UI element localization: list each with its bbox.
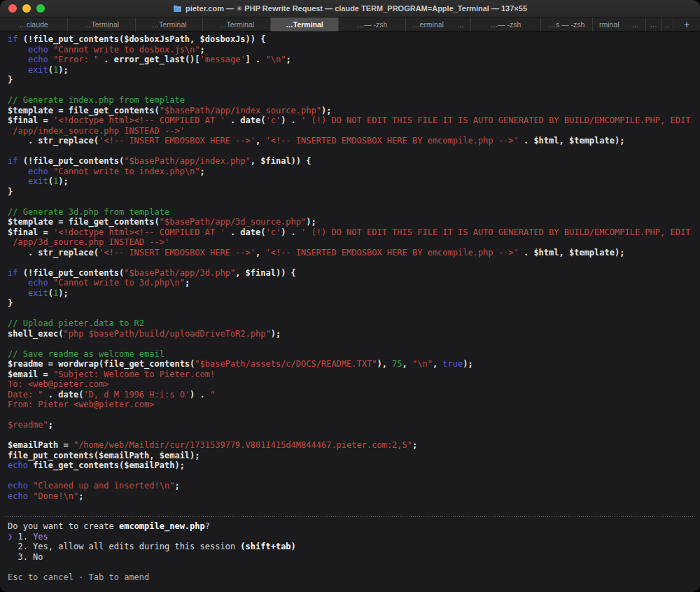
code-line: shell_exec("php $basePath/build/uploadDr… bbox=[8, 329, 700, 339]
terminal-tab[interactable]: …claude bbox=[0, 17, 68, 31]
tab-label: …claude bbox=[19, 20, 48, 29]
code-line bbox=[8, 146, 700, 157]
terminal-tab[interactable]: …Terminal bbox=[136, 17, 203, 31]
terminal-tab[interactable]: …— -zsh bbox=[471, 17, 541, 31]
window-title: pieter.com — ✳ PHP Rewrite Request — cla… bbox=[173, 4, 527, 13]
tab-label: …Terminal bbox=[84, 20, 119, 29]
code-line bbox=[8, 501, 700, 512]
terminal-tab[interactable]: …Terminal bbox=[68, 17, 136, 31]
terminal-window: pieter.com — ✳ PHP Rewrite Request — cla… bbox=[0, 0, 700, 592]
code-line bbox=[8, 339, 700, 349]
dialog-option[interactable]: 3. No bbox=[8, 552, 700, 563]
terminal-output[interactable]: if (!file_put_contents($dosboxJsPath, $d… bbox=[0, 32, 700, 592]
code-line: $readme"; bbox=[8, 420, 700, 430]
code-line: $emailPath = "/home/web/Maildir/cur/1731… bbox=[8, 440, 700, 451]
tab-label: …— -zsh bbox=[491, 20, 522, 29]
code-line: echo "Error: " . error_get_last()['messa… bbox=[8, 55, 700, 65]
terminal-tab-active[interactable]: …Terminal bbox=[271, 17, 339, 31]
code-line: exit(1); bbox=[8, 176, 700, 187]
code-line: $template = file_get_contents("$basePath… bbox=[8, 217, 700, 227]
code-line: } bbox=[8, 298, 700, 309]
code-line: echo file_get_contents($emailPath); bbox=[8, 460, 700, 471]
code-line: echo "Cannot write to dosbox.js\n"; bbox=[8, 45, 700, 55]
tab-label: …Terminal bbox=[151, 20, 186, 29]
code-line bbox=[8, 471, 700, 481]
code-line: echo "Cleaned up and inserted!\n"; bbox=[8, 481, 700, 491]
terminal-tab[interactable]: …s — -zsh bbox=[541, 17, 593, 31]
code-line: $readme = wordwrap(file_get_contents("$b… bbox=[8, 359, 700, 369]
code-line: echo "Cannot write to 3d.php\n"; bbox=[8, 278, 700, 288]
tab-bar: …claude…Terminal…Terminal…Terminal…Termi… bbox=[0, 17, 673, 31]
tab-label: …Terminal bbox=[219, 20, 254, 29]
traffic-lights bbox=[8, 4, 45, 13]
code-line: $email = "Subject: Welcome to Pieter.com… bbox=[8, 369, 700, 380]
title-bar: pieter.com — ✳ PHP Rewrite Request — cla… bbox=[0, 0, 700, 17]
code-line: exit(1); bbox=[8, 65, 700, 76]
code-line: exit(1); bbox=[8, 288, 700, 299]
code-line: // Generate 3d.php from template bbox=[8, 207, 700, 218]
code-line: . str_replace('<!-- INSERT EMDOSBOX HERE… bbox=[8, 248, 700, 258]
code-line bbox=[8, 258, 700, 268]
code-line: . str_replace('<!-- INSERT EMDOSBOX HERE… bbox=[8, 136, 700, 146]
code-line: echo "Done!\n"; bbox=[8, 491, 700, 502]
code-line bbox=[8, 410, 700, 421]
tab-bar-container: …claude…Terminal…Terminal…Terminal…Termi… bbox=[0, 17, 700, 32]
tab-label: …erminal bbox=[412, 20, 444, 29]
tab-label: … bbox=[650, 20, 657, 29]
code-line bbox=[8, 309, 700, 319]
folder-proxy-icon bbox=[173, 5, 182, 13]
code-line bbox=[8, 197, 700, 207]
code-line: Date: " . date('D, d M 1996 H:i:s O') . … bbox=[8, 390, 700, 400]
dialog-option[interactable]: ❯ 1. Yes bbox=[8, 532, 700, 542]
dialog-option[interactable]: 2. Yes, allow all edits during this sess… bbox=[8, 542, 700, 552]
code-line: } bbox=[8, 75, 700, 85]
code-line: /app/index_source.php INSTEAD -->' bbox=[8, 126, 700, 136]
minimize-button[interactable] bbox=[22, 4, 31, 13]
code-line: } bbox=[8, 187, 700, 197]
tab-label: …s — -zsh bbox=[549, 20, 585, 29]
code-line: echo "Cannot write to index.php\n"; bbox=[8, 167, 700, 177]
code-line bbox=[8, 582, 700, 592]
code-line: $final = '<!doctype html><!-- COMPILED A… bbox=[8, 115, 700, 126]
code-line: if (!file_put_contents("$basePath/app/in… bbox=[8, 156, 700, 167]
code-line: $template = file_get_contents("$basePath… bbox=[8, 106, 700, 116]
code-line: if (!file_put_contents("$basePath/app/3d… bbox=[8, 268, 700, 279]
terminal-tab[interactable]: …Terminal bbox=[203, 17, 271, 31]
code-line: file_put_contents($emailPath, $email); bbox=[8, 451, 700, 461]
window-title-text: pieter.com — ✳ PHP Rewrite Request — cla… bbox=[186, 4, 527, 13]
terminal-tab[interactable]: …— -zsh bbox=[339, 17, 406, 31]
zoom-button[interactable] bbox=[36, 4, 45, 13]
tab-label: …Terminal bbox=[286, 20, 323, 29]
code-line: $final = '<!doctype html><!-- COMPILED A… bbox=[8, 227, 700, 238]
code-line: /app/3d_source.php INSTEAD -->' bbox=[8, 237, 700, 248]
terminal-tab[interactable]: rminal… bbox=[593, 17, 646, 31]
tab-label: …— -zsh bbox=[357, 20, 388, 29]
code-line: // Save readme as welcome email bbox=[8, 349, 700, 360]
terminal-tab[interactable]: …erminal… bbox=[406, 17, 471, 31]
code-line bbox=[8, 562, 700, 572]
code-line: // Generate index.php from template bbox=[8, 95, 700, 106]
tab-overflow-dots: … bbox=[632, 20, 640, 29]
code-line: if (!file_put_contents($dosboxJsPath, $d… bbox=[8, 34, 700, 45]
code-line: // Upload pieter.data to R2 bbox=[8, 318, 700, 329]
tab-label: .. bbox=[665, 20, 669, 29]
code-line: To: <web@pieter.com> bbox=[8, 379, 700, 390]
new-tab-button[interactable]: + bbox=[673, 17, 700, 31]
close-button[interactable] bbox=[8, 4, 17, 13]
code-line bbox=[8, 430, 700, 441]
dialog-top-separator bbox=[8, 512, 700, 522]
terminal-tab[interactable]: .. bbox=[662, 17, 673, 31]
code-line bbox=[8, 85, 700, 96]
dialog-hint: Esc to cancel · Tab to amend bbox=[8, 572, 700, 583]
tab-label: rminal bbox=[599, 20, 620, 29]
tab-overflow-dots: … bbox=[457, 20, 465, 29]
dialog-question: Do you want to create emcompile_new.php? bbox=[8, 521, 700, 532]
terminal-tab[interactable]: … bbox=[646, 17, 662, 31]
code-line: From: Pieter <web@pieter.com> bbox=[8, 400, 700, 410]
